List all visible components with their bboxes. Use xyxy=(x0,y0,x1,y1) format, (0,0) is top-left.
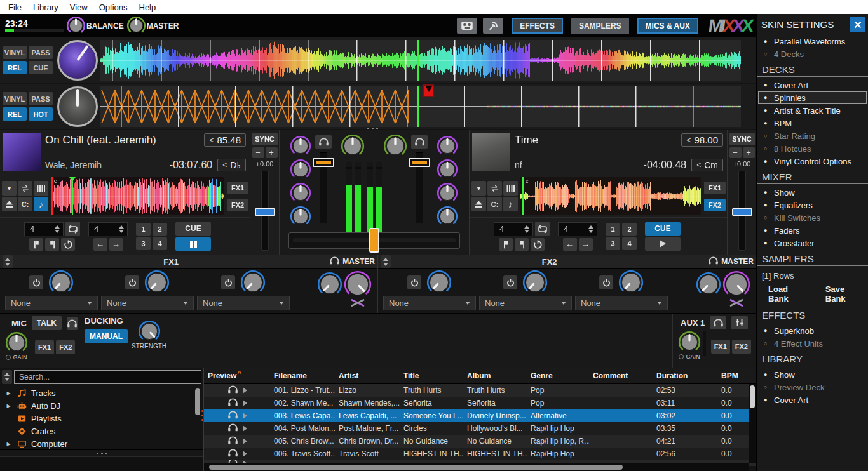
mic-headphone-icon[interactable] xyxy=(67,317,78,330)
fx1-slot3-meta-knob[interactable] xyxy=(240,270,266,295)
skin-option-parallel-waveforms[interactable]: ●Parallel Waveforms xyxy=(758,35,867,48)
deck1-eject-icon[interactable] xyxy=(2,197,17,211)
skin-option-superknob[interactable]: ●Superknob xyxy=(758,324,867,337)
library-splitter[interactable] xyxy=(0,449,203,456)
preview-headphone-icon[interactable] xyxy=(227,436,238,446)
deck2-eq-mid-knob[interactable] xyxy=(437,182,458,204)
fx1-expand-spinner[interactable] xyxy=(3,255,13,268)
fx1-slot2-meta-knob[interactable] xyxy=(144,270,170,295)
deck1-bpm-display[interactable]: <85.48 xyxy=(204,133,246,147)
fx2-slot1-power-button[interactable] xyxy=(407,275,421,289)
table-row[interactable]: 003. Lewis Capa...Lewis Capaldi, ...Some… xyxy=(204,409,756,422)
aux-gain-knob[interactable] xyxy=(678,331,701,354)
samplers-rows-selector[interactable]: [1] Rows xyxy=(757,268,868,282)
table-vertical-scrollbar[interactable] xyxy=(749,384,756,463)
broadcast-icon[interactable] xyxy=(483,18,503,34)
deck2-rel-button[interactable]: REL xyxy=(3,107,27,121)
aux-fx1-button[interactable]: FX1 xyxy=(711,340,730,354)
deck1-eq-high-knob[interactable] xyxy=(290,159,311,180)
preview-play-icon[interactable] xyxy=(243,387,247,394)
deck2-beatjump-back-icon[interactable]: ← xyxy=(563,238,577,251)
deck1-beatjump-back-icon[interactable]: ← xyxy=(93,238,107,251)
skin-option-kill-switches[interactable]: ○Kill Switches xyxy=(758,211,867,224)
fx1-slot1-effect-selector[interactable]: None xyxy=(5,296,98,310)
fx2-slot3-meta-knob[interactable] xyxy=(618,270,644,295)
sidebar-item-playlists[interactable]: Playlists xyxy=(0,412,203,425)
sidebar-item-auto-dj[interactable]: ▶Auto DJ xyxy=(0,399,203,412)
fx1-super-knob[interactable] xyxy=(344,270,372,298)
column-header-bpm[interactable]: BPM xyxy=(717,371,749,380)
sidebar-item-computer[interactable]: ▶Computer xyxy=(0,437,203,449)
column-header-album[interactable]: Album xyxy=(463,371,527,380)
aux-eq-icon[interactable] xyxy=(731,316,748,329)
preview-headphone-icon[interactable] xyxy=(227,398,238,408)
fx1-slot3-power-button[interactable] xyxy=(221,275,235,289)
deck1-rate-down-button[interactable]: − xyxy=(252,147,264,158)
deck1-cue-button[interactable]: CUE xyxy=(175,222,211,236)
deck1-vinyl-button[interactable]: VINYL xyxy=(3,46,27,59)
menu-item-options[interactable]: Options xyxy=(93,3,133,12)
deck1-key-display[interactable]: <D♭ xyxy=(217,159,246,171)
fx1-slot2-power-button[interactable] xyxy=(125,275,139,289)
menu-item-help[interactable]: Help xyxy=(133,3,162,12)
search-input[interactable] xyxy=(14,370,201,384)
deck1-beatgrid-icon[interactable] xyxy=(34,181,48,196)
deck1-eq-low-knob[interactable] xyxy=(290,206,311,227)
preview-play-icon[interactable] xyxy=(243,438,247,444)
close-icon[interactable] xyxy=(850,17,865,32)
deck1-fx2-assign-button[interactable]: FX2 xyxy=(227,199,248,211)
deck2-eq-low-knob[interactable] xyxy=(437,206,458,227)
skin-option-4-decks[interactable]: ○4 Decks xyxy=(758,48,867,60)
skin-option-faders[interactable]: ●Faders xyxy=(758,224,867,237)
deck1-repeat-icon[interactable] xyxy=(18,181,32,196)
deck1-beatjump-forward-icon[interactable]: → xyxy=(109,238,123,251)
deck2-waveform[interactable] xyxy=(100,86,741,127)
deck2-loop-size-spinbox[interactable]: 4 xyxy=(494,222,533,236)
deck1-hotcue-2-button[interactable]: 2 xyxy=(153,223,167,236)
mic-fx2-button[interactable]: FX2 xyxy=(56,340,75,354)
mic-talk-button[interactable]: TALK xyxy=(32,316,62,330)
table-row[interactable]: 004. Post Malon...Post Malone, Fr...Circ… xyxy=(204,422,756,435)
preview-play-icon[interactable] xyxy=(243,451,247,457)
deck1-hotcue-3-button[interactable]: 3 xyxy=(136,237,151,250)
load-bank-button[interactable]: Load Bank xyxy=(768,284,806,303)
deck2-rate-up-button[interactable]: + xyxy=(743,147,755,158)
sidebar-item-tracks[interactable]: ▶Tracks xyxy=(0,387,203,399)
deck1-pitch-slider[interactable] xyxy=(250,171,279,251)
deck2-bpm-display[interactable]: <98.00 xyxy=(681,133,723,147)
fx2-mix-knob[interactable] xyxy=(696,272,721,297)
deck1-loop-out-icon[interactable] xyxy=(45,238,59,251)
deck2-hotcue-3-button[interactable]: 3 xyxy=(606,237,620,250)
deck1-cue-mode-button[interactable]: CUE xyxy=(29,61,53,74)
ducking-strength-knob[interactable] xyxy=(138,320,161,343)
deck2-eject-icon[interactable] xyxy=(471,197,486,211)
column-header-duration[interactable]: Duration xyxy=(653,371,717,380)
column-header-title[interactable]: Title xyxy=(400,371,463,380)
deck1-volume-knob[interactable] xyxy=(341,134,365,158)
fx1-crossfader-assign-icon[interactable] xyxy=(350,298,365,310)
fx2-super-knob[interactable] xyxy=(722,270,750,298)
deck2-quantize-icon[interactable]: C: xyxy=(487,197,502,211)
deck1-beatjump-size-spinbox[interactable]: 4 xyxy=(88,222,128,236)
deck1-loop-size-spinbox[interactable]: 4 xyxy=(24,222,64,236)
fx2-expand-spinner[interactable] xyxy=(381,255,391,268)
deck2-key-display[interactable]: <Cm xyxy=(691,159,723,171)
fx1-slot2-effect-selector[interactable]: None xyxy=(101,296,194,310)
deck2-pitch-slider[interactable] xyxy=(728,171,756,251)
deck2-track-title[interactable]: Time xyxy=(515,134,676,147)
deck1-hotcue-1-button[interactable]: 1 xyxy=(136,223,151,236)
deck2-cue-button[interactable]: CUE xyxy=(645,222,681,236)
ducking-manual-button[interactable]: MANUAL xyxy=(85,329,128,343)
library-vertical-grip[interactable] xyxy=(201,410,203,421)
deck1-loop-toggle-icon[interactable] xyxy=(65,222,80,236)
deck2-hotcue-2-button[interactable]: 2 xyxy=(622,223,637,236)
table-row[interactable]: 001. Lizzo - Trut...LizzoTruth HurtsTrut… xyxy=(204,384,756,397)
fx1-slot1-meta-knob[interactable] xyxy=(48,270,74,295)
column-header-artist[interactable]: Artist xyxy=(335,371,400,380)
deck2-pass-button[interactable]: PASS xyxy=(29,92,53,105)
skin-option-bpm[interactable]: ●BPM xyxy=(758,117,867,129)
deck2-loop-in-icon[interactable] xyxy=(499,238,513,251)
deck2-overview-waveform[interactable] xyxy=(520,177,701,215)
column-header-preview[interactable]: Preview^ xyxy=(204,371,270,380)
deck1-play-button[interactable] xyxy=(175,237,211,251)
